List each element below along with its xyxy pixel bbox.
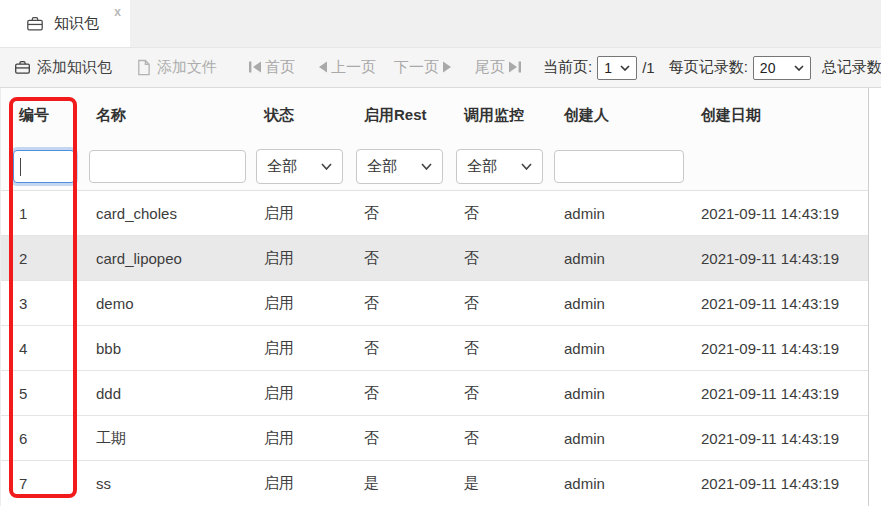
cell-created: 2021-09-11 14:43:19	[683, 385, 868, 402]
last-page-icon	[505, 59, 525, 76]
next-page-icon	[439, 59, 457, 76]
filter-name-input[interactable]	[89, 150, 246, 183]
table-filter-row: 全部 全部 全部	[1, 143, 868, 191]
tab-close-icon[interactable]: x	[114, 5, 121, 19]
cell-name: ss	[78, 475, 246, 492]
cell-created: 2021-09-11 14:43:19	[683, 205, 868, 222]
filter-monitor-value: 全部	[467, 157, 497, 176]
cell-creator: admin	[546, 295, 683, 312]
cell-id: 2	[1, 250, 78, 267]
prev-page-icon	[313, 59, 331, 76]
chevron-down-icon	[321, 163, 332, 170]
cell-created: 2021-09-11 14:43:19	[683, 340, 868, 357]
table-row[interactable]: 1 card_choles 启用 否 否 admin 2021-09-11 14…	[1, 191, 868, 236]
col-header-created: 创建日期	[683, 106, 868, 125]
filter-status-value: 全部	[267, 157, 297, 176]
cell-status: 启用	[246, 204, 346, 223]
cell-monitor: 是	[446, 474, 546, 493]
tab-knowledge-package[interactable]: 知识包 x	[0, 0, 130, 47]
cell-id: 6	[1, 430, 78, 447]
filter-creator-input[interactable]	[554, 150, 684, 183]
table-row[interactable]: 5 ddd 启用 否 否 admin 2021-09-11 14:43:19	[1, 371, 868, 416]
cell-rest: 否	[346, 384, 446, 403]
cell-status: 启用	[246, 249, 346, 268]
current-page-label: 当前页:	[543, 58, 592, 77]
filter-rest-select[interactable]: 全部	[356, 149, 443, 184]
text-caret	[20, 158, 21, 176]
table-row[interactable]: 3 demo 启用 否 否 admin 2021-09-11 14:43:19	[1, 281, 868, 326]
cell-name: ddd	[78, 385, 246, 402]
cell-creator: admin	[546, 250, 683, 267]
total-records-label: 总记录数	[822, 58, 881, 77]
cell-monitor: 否	[446, 294, 546, 313]
chevron-down-icon	[620, 65, 630, 71]
app-window: 知识包 x 添加知识包 添加文件	[0, 0, 881, 511]
chevron-down-icon	[521, 163, 532, 170]
cell-id: 3	[1, 295, 78, 312]
cell-creator: admin	[546, 430, 683, 447]
cell-monitor: 否	[446, 339, 546, 358]
toolbar: 添加知识包 添加文件 首页	[0, 48, 881, 88]
col-header-id: 编号	[1, 106, 78, 125]
cell-rest: 否	[346, 249, 446, 268]
chevron-down-icon	[421, 163, 432, 170]
cell-rest: 否	[346, 339, 446, 358]
first-page-label: 首页	[265, 58, 295, 77]
cell-rest: 否	[346, 429, 446, 448]
cell-created: 2021-09-11 14:43:19	[683, 250, 868, 267]
last-page-label: 尾页	[475, 58, 505, 77]
cell-name: card_choles	[78, 205, 246, 222]
prev-page-button[interactable]: 上一页	[313, 58, 376, 77]
page-size-select[interactable]: 20	[753, 56, 811, 80]
col-header-monitor: 调用监控	[446, 106, 546, 125]
table-row[interactable]: 4 bbb 启用 否 否 admin 2021-09-11 14:43:19	[1, 326, 868, 371]
cell-created: 2021-09-11 14:43:19	[683, 475, 868, 492]
add-file-label: 添加文件	[157, 58, 217, 77]
cell-created: 2021-09-11 14:43:19	[683, 430, 868, 447]
cell-creator: admin	[546, 475, 683, 492]
filter-status-select[interactable]: 全部	[256, 149, 343, 184]
cell-monitor: 否	[446, 204, 546, 223]
table-row[interactable]: 7 ss 启用 是 是 admin 2021-09-11 14:43:19	[1, 461, 868, 506]
cell-id: 7	[1, 475, 78, 492]
last-page-button[interactable]: 尾页	[475, 58, 525, 77]
tab-bar: 知识包 x	[0, 0, 881, 48]
current-page-select[interactable]: 1	[597, 56, 637, 80]
page-size-label: 每页记录数:	[669, 58, 748, 77]
cell-status: 启用	[246, 294, 346, 313]
cell-name: bbb	[78, 340, 246, 357]
table-header-row: 编号 名称 状态 启用Rest 调用监控 创建人 创建日期	[1, 88, 868, 143]
col-header-name: 名称	[78, 106, 246, 125]
cell-creator: admin	[546, 340, 683, 357]
cell-status: 启用	[246, 429, 346, 448]
prev-page-label: 上一页	[331, 58, 376, 77]
add-package-label: 添加知识包	[37, 58, 112, 77]
first-page-icon	[245, 59, 265, 76]
col-header-creator: 创建人	[546, 106, 683, 125]
cell-rest: 否	[346, 294, 446, 313]
add-file-button[interactable]: 添加文件	[136, 58, 217, 77]
add-package-button[interactable]: 添加知识包	[14, 58, 112, 77]
page-total-suffix: /1	[642, 59, 655, 76]
cell-status: 启用	[246, 384, 346, 403]
page-size-value: 20	[760, 60, 776, 76]
current-page-value: 1	[604, 60, 612, 76]
table-row[interactable]: 2 card_lipopeo 启用 否 否 admin 2021-09-11 1…	[1, 236, 868, 281]
cell-id: 5	[1, 385, 78, 402]
cell-creator: admin	[546, 385, 683, 402]
filter-id-input[interactable]	[13, 150, 75, 183]
filter-monitor-select[interactable]: 全部	[456, 149, 543, 184]
next-page-button[interactable]: 下一页	[394, 58, 457, 77]
cell-creator: admin	[546, 205, 683, 222]
filter-rest-value: 全部	[367, 157, 397, 176]
first-page-button[interactable]: 首页	[245, 58, 295, 77]
cell-monitor: 否	[446, 384, 546, 403]
cell-id: 1	[1, 205, 78, 222]
cell-name: card_lipopeo	[78, 250, 246, 267]
briefcase-icon	[14, 59, 31, 76]
cell-id: 4	[1, 340, 78, 357]
table-row[interactable]: 6 工期 启用 否 否 admin 2021-09-11 14:43:19	[1, 416, 868, 461]
knowledge-package-table: 编号 名称 状态 启用Rest 调用监控 创建人 创建日期 全部	[0, 88, 869, 506]
cell-monitor: 否	[446, 429, 546, 448]
file-icon	[136, 59, 151, 76]
